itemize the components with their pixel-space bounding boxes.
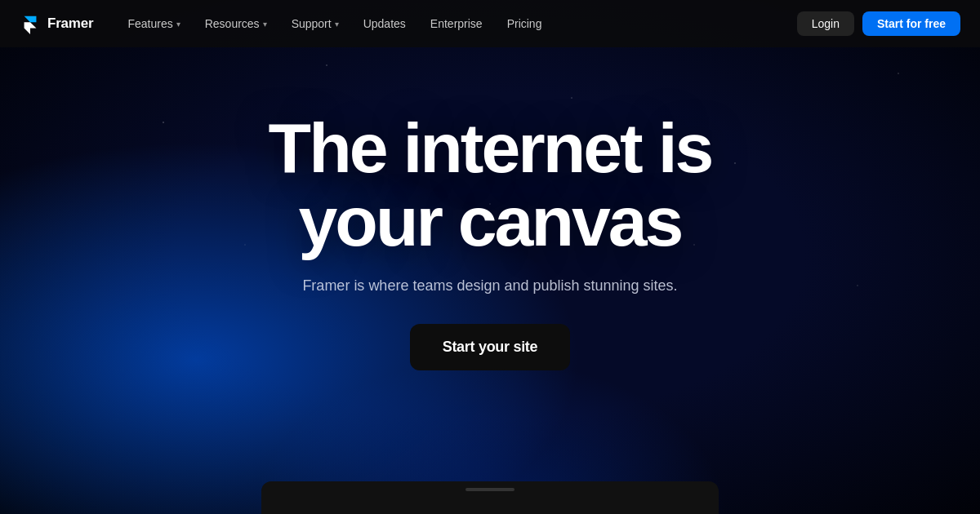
nav-pricing[interactable]: Pricing [496, 12, 554, 35]
logo-link[interactable]: Framer [20, 13, 93, 34]
hero-section: Framer Features ▾ Resources ▾ Support ▾ … [0, 0, 980, 514]
start-for-free-button[interactable]: Start for free [862, 11, 960, 36]
nav-updates[interactable]: Updates [352, 12, 417, 35]
navbar: Framer Features ▾ Resources ▾ Support ▾ … [0, 0, 980, 47]
chevron-down-icon: ▾ [176, 20, 180, 29]
chevron-down-icon: ▾ [335, 20, 339, 29]
hero-subtitle: Framer is where teams design and publish… [302, 277, 677, 295]
login-button[interactable]: Login [797, 11, 854, 36]
nav-links: Features ▾ Resources ▾ Support ▾ Updates… [116, 12, 796, 35]
brand-name: Framer [47, 16, 93, 32]
framer-logo-icon [20, 13, 41, 34]
nav-features[interactable]: Features ▾ [116, 12, 191, 35]
nav-enterprise[interactable]: Enterprise [419, 12, 494, 35]
start-your-site-button[interactable]: Start your site [410, 324, 571, 370]
bottom-device-preview [261, 481, 719, 514]
chevron-down-icon: ▾ [263, 20, 267, 29]
nav-actions: Login Start for free [797, 11, 960, 36]
nav-support[interactable]: Support ▾ [280, 12, 350, 35]
hero-title: The internet is your canvas [269, 111, 712, 259]
nav-resources[interactable]: Resources ▾ [194, 12, 278, 35]
hero-content: The internet is your canvas Framer is wh… [0, 0, 980, 514]
